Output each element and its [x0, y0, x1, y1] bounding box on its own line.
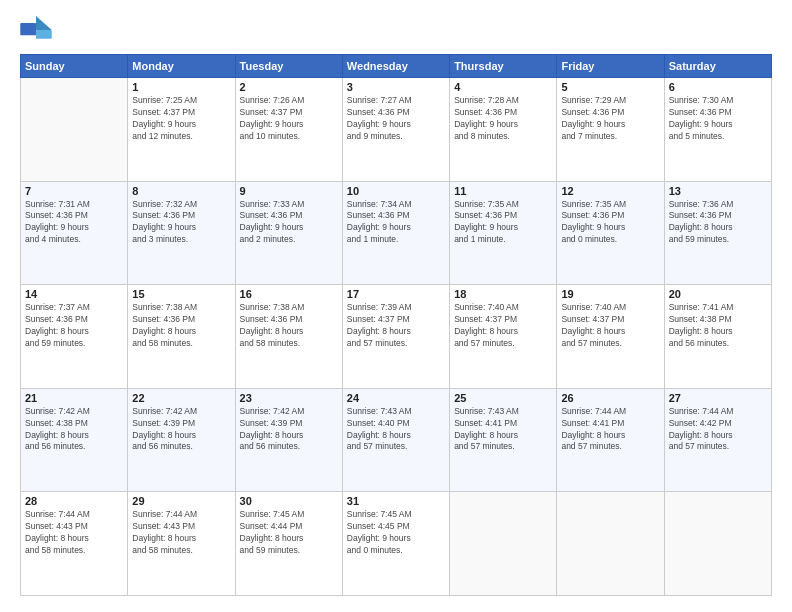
calendar-cell: 7Sunrise: 7:31 AM Sunset: 4:36 PM Daylig…	[21, 181, 128, 285]
day-info: Sunrise: 7:31 AM Sunset: 4:36 PM Dayligh…	[25, 199, 123, 247]
day-info: Sunrise: 7:35 AM Sunset: 4:36 PM Dayligh…	[561, 199, 659, 247]
calendar-week-row: 21Sunrise: 7:42 AM Sunset: 4:38 PM Dayli…	[21, 388, 772, 492]
calendar-cell: 27Sunrise: 7:44 AM Sunset: 4:42 PM Dayli…	[664, 388, 771, 492]
calendar-table: SundayMondayTuesdayWednesdayThursdayFrid…	[20, 54, 772, 596]
calendar-cell: 19Sunrise: 7:40 AM Sunset: 4:37 PM Dayli…	[557, 285, 664, 389]
day-info: Sunrise: 7:29 AM Sunset: 4:36 PM Dayligh…	[561, 95, 659, 143]
calendar-cell: 16Sunrise: 7:38 AM Sunset: 4:36 PM Dayli…	[235, 285, 342, 389]
day-number: 26	[561, 392, 659, 404]
calendar-cell: 14Sunrise: 7:37 AM Sunset: 4:36 PM Dayli…	[21, 285, 128, 389]
calendar-cell: 28Sunrise: 7:44 AM Sunset: 4:43 PM Dayli…	[21, 492, 128, 596]
day-info: Sunrise: 7:39 AM Sunset: 4:37 PM Dayligh…	[347, 302, 445, 350]
day-info: Sunrise: 7:25 AM Sunset: 4:37 PM Dayligh…	[132, 95, 230, 143]
day-number: 25	[454, 392, 552, 404]
day-number: 17	[347, 288, 445, 300]
day-info: Sunrise: 7:40 AM Sunset: 4:37 PM Dayligh…	[561, 302, 659, 350]
weekday-header: Sunday	[21, 55, 128, 78]
day-number: 6	[669, 81, 767, 93]
svg-rect-2	[36, 30, 52, 39]
calendar-cell: 24Sunrise: 7:43 AM Sunset: 4:40 PM Dayli…	[342, 388, 449, 492]
day-number: 9	[240, 185, 338, 197]
day-number: 18	[454, 288, 552, 300]
day-info: Sunrise: 7:26 AM Sunset: 4:37 PM Dayligh…	[240, 95, 338, 143]
calendar-cell	[21, 78, 128, 182]
day-info: Sunrise: 7:27 AM Sunset: 4:36 PM Dayligh…	[347, 95, 445, 143]
day-number: 10	[347, 185, 445, 197]
calendar-cell: 17Sunrise: 7:39 AM Sunset: 4:37 PM Dayli…	[342, 285, 449, 389]
day-info: Sunrise: 7:43 AM Sunset: 4:41 PM Dayligh…	[454, 406, 552, 454]
calendar-cell: 13Sunrise: 7:36 AM Sunset: 4:36 PM Dayli…	[664, 181, 771, 285]
day-number: 27	[669, 392, 767, 404]
calendar-cell: 26Sunrise: 7:44 AM Sunset: 4:41 PM Dayli…	[557, 388, 664, 492]
day-info: Sunrise: 7:42 AM Sunset: 4:39 PM Dayligh…	[240, 406, 338, 454]
day-number: 24	[347, 392, 445, 404]
calendar-cell: 5Sunrise: 7:29 AM Sunset: 4:36 PM Daylig…	[557, 78, 664, 182]
logo	[20, 16, 56, 44]
day-number: 3	[347, 81, 445, 93]
weekday-header: Wednesday	[342, 55, 449, 78]
calendar-week-row: 1Sunrise: 7:25 AM Sunset: 4:37 PM Daylig…	[21, 78, 772, 182]
calendar-cell: 25Sunrise: 7:43 AM Sunset: 4:41 PM Dayli…	[450, 388, 557, 492]
weekday-header: Tuesday	[235, 55, 342, 78]
day-number: 2	[240, 81, 338, 93]
calendar-cell: 1Sunrise: 7:25 AM Sunset: 4:37 PM Daylig…	[128, 78, 235, 182]
day-number: 7	[25, 185, 123, 197]
calendar-cell	[664, 492, 771, 596]
calendar-week-row: 14Sunrise: 7:37 AM Sunset: 4:36 PM Dayli…	[21, 285, 772, 389]
day-number: 8	[132, 185, 230, 197]
header	[20, 16, 772, 44]
calendar-cell: 22Sunrise: 7:42 AM Sunset: 4:39 PM Dayli…	[128, 388, 235, 492]
calendar-cell: 4Sunrise: 7:28 AM Sunset: 4:36 PM Daylig…	[450, 78, 557, 182]
weekday-header: Saturday	[664, 55, 771, 78]
day-info: Sunrise: 7:35 AM Sunset: 4:36 PM Dayligh…	[454, 199, 552, 247]
day-info: Sunrise: 7:32 AM Sunset: 4:36 PM Dayligh…	[132, 199, 230, 247]
day-number: 23	[240, 392, 338, 404]
day-number: 31	[347, 495, 445, 507]
calendar-cell: 2Sunrise: 7:26 AM Sunset: 4:37 PM Daylig…	[235, 78, 342, 182]
day-info: Sunrise: 7:36 AM Sunset: 4:36 PM Dayligh…	[669, 199, 767, 247]
calendar-cell	[450, 492, 557, 596]
svg-marker-1	[36, 16, 52, 30]
calendar-cell: 15Sunrise: 7:38 AM Sunset: 4:36 PM Dayli…	[128, 285, 235, 389]
calendar-cell: 11Sunrise: 7:35 AM Sunset: 4:36 PM Dayli…	[450, 181, 557, 285]
calendar-cell: 8Sunrise: 7:32 AM Sunset: 4:36 PM Daylig…	[128, 181, 235, 285]
calendar-week-row: 28Sunrise: 7:44 AM Sunset: 4:43 PM Dayli…	[21, 492, 772, 596]
day-number: 12	[561, 185, 659, 197]
calendar-week-row: 7Sunrise: 7:31 AM Sunset: 4:36 PM Daylig…	[21, 181, 772, 285]
weekday-header: Monday	[128, 55, 235, 78]
calendar-cell	[557, 492, 664, 596]
calendar-cell: 12Sunrise: 7:35 AM Sunset: 4:36 PM Dayli…	[557, 181, 664, 285]
day-info: Sunrise: 7:40 AM Sunset: 4:37 PM Dayligh…	[454, 302, 552, 350]
day-info: Sunrise: 7:42 AM Sunset: 4:39 PM Dayligh…	[132, 406, 230, 454]
day-info: Sunrise: 7:38 AM Sunset: 4:36 PM Dayligh…	[132, 302, 230, 350]
calendar-cell: 10Sunrise: 7:34 AM Sunset: 4:36 PM Dayli…	[342, 181, 449, 285]
day-number: 21	[25, 392, 123, 404]
calendar-cell: 9Sunrise: 7:33 AM Sunset: 4:36 PM Daylig…	[235, 181, 342, 285]
weekday-header: Friday	[557, 55, 664, 78]
day-info: Sunrise: 7:44 AM Sunset: 4:43 PM Dayligh…	[132, 509, 230, 557]
calendar-cell: 20Sunrise: 7:41 AM Sunset: 4:38 PM Dayli…	[664, 285, 771, 389]
day-info: Sunrise: 7:34 AM Sunset: 4:36 PM Dayligh…	[347, 199, 445, 247]
day-info: Sunrise: 7:42 AM Sunset: 4:38 PM Dayligh…	[25, 406, 123, 454]
day-number: 15	[132, 288, 230, 300]
header-row: SundayMondayTuesdayWednesdayThursdayFrid…	[21, 55, 772, 78]
calendar-cell: 18Sunrise: 7:40 AM Sunset: 4:37 PM Dayli…	[450, 285, 557, 389]
day-number: 5	[561, 81, 659, 93]
day-number: 19	[561, 288, 659, 300]
day-number: 11	[454, 185, 552, 197]
page: SundayMondayTuesdayWednesdayThursdayFrid…	[0, 0, 792, 612]
weekday-header: Thursday	[450, 55, 557, 78]
day-info: Sunrise: 7:38 AM Sunset: 4:36 PM Dayligh…	[240, 302, 338, 350]
calendar-cell: 30Sunrise: 7:45 AM Sunset: 4:44 PM Dayli…	[235, 492, 342, 596]
day-number: 1	[132, 81, 230, 93]
calendar-cell: 23Sunrise: 7:42 AM Sunset: 4:39 PM Dayli…	[235, 388, 342, 492]
day-info: Sunrise: 7:30 AM Sunset: 4:36 PM Dayligh…	[669, 95, 767, 143]
day-info: Sunrise: 7:44 AM Sunset: 4:43 PM Dayligh…	[25, 509, 123, 557]
day-number: 4	[454, 81, 552, 93]
day-number: 14	[25, 288, 123, 300]
calendar-cell: 21Sunrise: 7:42 AM Sunset: 4:38 PM Dayli…	[21, 388, 128, 492]
day-info: Sunrise: 7:37 AM Sunset: 4:36 PM Dayligh…	[25, 302, 123, 350]
calendar-cell: 3Sunrise: 7:27 AM Sunset: 4:36 PM Daylig…	[342, 78, 449, 182]
day-number: 30	[240, 495, 338, 507]
day-number: 28	[25, 495, 123, 507]
